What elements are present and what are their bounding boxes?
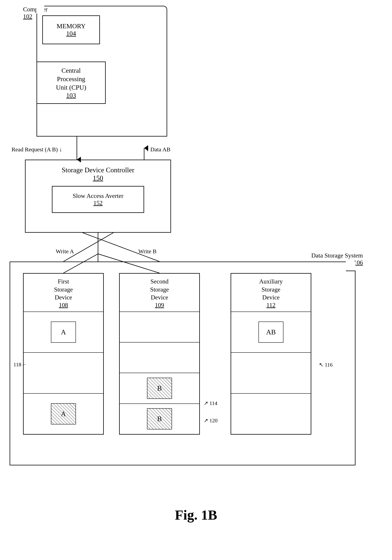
aux-storage-data-ab: AB <box>258 321 284 343</box>
first-storage-cell-3: A <box>24 394 103 434</box>
aux-storage-cell-3 <box>231 394 311 434</box>
aux-storage-cell-1: AB <box>231 312 311 352</box>
second-storage-cell-4: B <box>120 404 199 434</box>
first-storage-data-a: A <box>51 321 76 343</box>
second-storage-hatched-b2: B <box>147 408 172 430</box>
svg-line-9 <box>63 233 113 261</box>
first-storage-hatched-a: A <box>51 403 76 424</box>
ref-120: ↗ 120 <box>204 417 217 424</box>
memory-box: MEMORY 104 <box>42 15 100 44</box>
ref-118: 118 ⌐ <box>13 361 26 368</box>
write-a-label: Write A <box>56 248 74 255</box>
read-request-label: Read Request (A B) ↓ <box>11 146 62 153</box>
first-storage-cell-2 <box>24 353 103 393</box>
saa-box: Slow Access Averter 152 <box>52 186 144 213</box>
cpu-box: CentralProcessingUnit (CPU) 103 <box>37 61 106 104</box>
fig-label: Fig. 1B <box>175 507 217 523</box>
write-b-label: Write B <box>138 248 157 255</box>
first-storage-cell-1: A <box>24 312 103 352</box>
controller-box: Storage Device Controller 150 Slow Acces… <box>25 160 171 233</box>
aux-storage-cell-2 <box>231 353 311 393</box>
second-storage-cell-2 <box>120 342 199 373</box>
second-storage-cell-3: B <box>120 373 199 403</box>
second-storage-cell-1 <box>120 312 199 342</box>
first-storage-device: FirstStorageDevice 108 A A <box>23 273 104 435</box>
aux-storage-device: AuxiliaryStorageDevice 112 AB <box>231 273 311 435</box>
ref-116: ↖ 116 <box>319 361 333 368</box>
data-ab-label: ↑ Data AB <box>146 146 170 153</box>
second-storage-device: SecondStorageDevice 109 B B <box>119 273 200 435</box>
second-storage-hatched-b1: B <box>147 378 172 399</box>
svg-line-8 <box>83 233 159 261</box>
ref-114: ↗ 114 <box>204 400 217 406</box>
